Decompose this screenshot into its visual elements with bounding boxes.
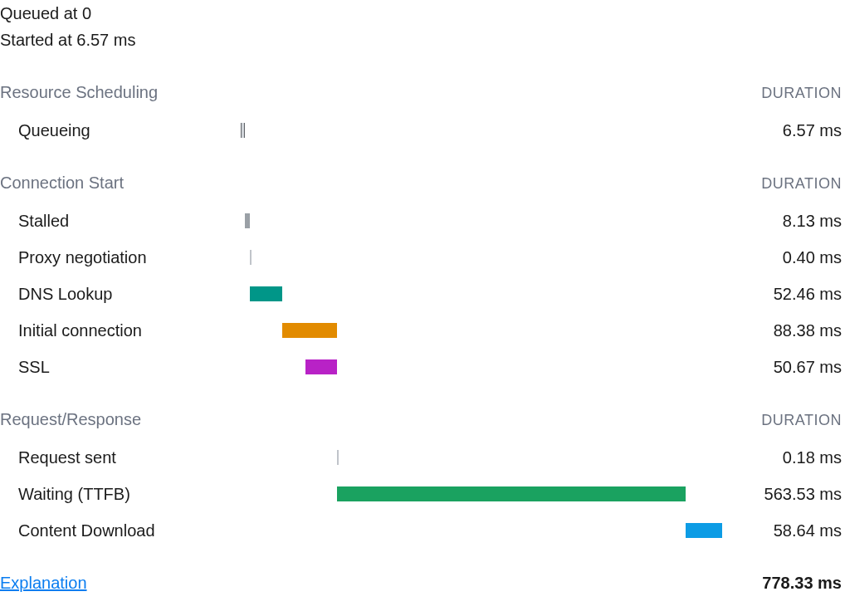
timing-row-label: Waiting (TTFB) — [0, 485, 241, 504]
timing-bar-track — [241, 120, 722, 140]
section-header: Request/ResponseDURATION — [0, 410, 842, 429]
timing-bar — [282, 323, 337, 338]
timing-bar-track — [241, 211, 722, 231]
timing-row-label: Request sent — [0, 448, 241, 467]
timing-bar-track — [241, 357, 722, 377]
timing-row-value: 52.46 ms — [722, 285, 842, 304]
timing-row-value: 0.18 ms — [722, 448, 842, 467]
timing-row: Proxy negotiation0.40 ms — [0, 239, 842, 276]
section-header: Resource SchedulingDURATION — [0, 83, 842, 102]
section-title: Connection Start — [0, 174, 124, 193]
timing-row-value: 0.40 ms — [722, 248, 842, 267]
timing-row-value: 563.53 ms — [722, 485, 842, 504]
duration-column-header: DURATION — [761, 412, 842, 429]
timing-section: Request/ResponseDURATIONRequest sent0.18… — [0, 410, 842, 549]
timing-bar — [241, 123, 245, 138]
timing-row-value: 6.57 ms — [722, 121, 842, 140]
duration-column-header: DURATION — [761, 175, 842, 193]
timing-bar-track — [241, 484, 722, 504]
timing-row-value: 58.64 ms — [722, 521, 842, 540]
timing-bar-track — [241, 521, 722, 540]
timing-bar — [337, 486, 686, 501]
timing-section: Resource SchedulingDURATIONQueueing6.57 … — [0, 83, 842, 149]
timing-row-label: Initial connection — [0, 321, 241, 340]
timing-row-label: SSL — [0, 358, 241, 377]
timing-bar — [245, 213, 250, 228]
section-title: Request/Response — [0, 410, 141, 429]
timing-row-label: DNS Lookup — [0, 285, 241, 304]
timing-row-value: 88.38 ms — [722, 321, 842, 340]
timing-bar — [305, 359, 337, 374]
timing-row: Request sent0.18 ms — [0, 439, 842, 476]
timing-row: Content Download58.64 ms — [0, 512, 842, 549]
queued-at-label: Queued at 0 — [0, 0, 842, 27]
timing-row-value: 8.13 ms — [722, 212, 842, 231]
timing-row-value: 50.67 ms — [722, 358, 842, 377]
duration-column-header: DURATION — [761, 85, 842, 102]
timing-row-label: Proxy negotiation — [0, 248, 241, 267]
timing-row: Queueing6.57 ms — [0, 112, 842, 149]
timing-section: Connection StartDURATIONStalled8.13 msPr… — [0, 174, 842, 385]
section-title: Resource Scheduling — [0, 83, 158, 102]
timing-bar-track — [241, 320, 722, 340]
timing-bar-track — [241, 447, 722, 467]
timing-row-label: Content Download — [0, 521, 241, 540]
timing-header: Queued at 0 Started at 6.57 ms — [0, 0, 842, 53]
timing-row: DNS Lookup52.46 ms — [0, 276, 842, 312]
timing-breakdown: Queued at 0 Started at 6.57 ms Resource … — [0, 0, 845, 593]
timing-row-label: Stalled — [0, 212, 241, 231]
timing-row: SSL50.67 ms — [0, 349, 842, 385]
timing-footer: Explanation 778.33 ms — [0, 574, 842, 593]
timing-row: Stalled8.13 ms — [0, 203, 842, 239]
timing-bar — [250, 286, 282, 301]
section-header: Connection StartDURATION — [0, 174, 842, 193]
total-time: 778.33 ms — [762, 574, 842, 593]
explanation-link[interactable]: Explanation — [0, 574, 87, 593]
timing-bar — [686, 523, 722, 538]
started-at-label: Started at 6.57 ms — [0, 27, 842, 53]
timing-row: Waiting (TTFB)563.53 ms — [0, 476, 842, 512]
timing-bar — [250, 250, 252, 265]
timing-row: Initial connection88.38 ms — [0, 312, 842, 349]
timing-row-label: Queueing — [0, 121, 241, 140]
timing-bar — [337, 450, 339, 465]
timing-bar-track — [241, 284, 722, 304]
timing-bar-track — [241, 247, 722, 267]
